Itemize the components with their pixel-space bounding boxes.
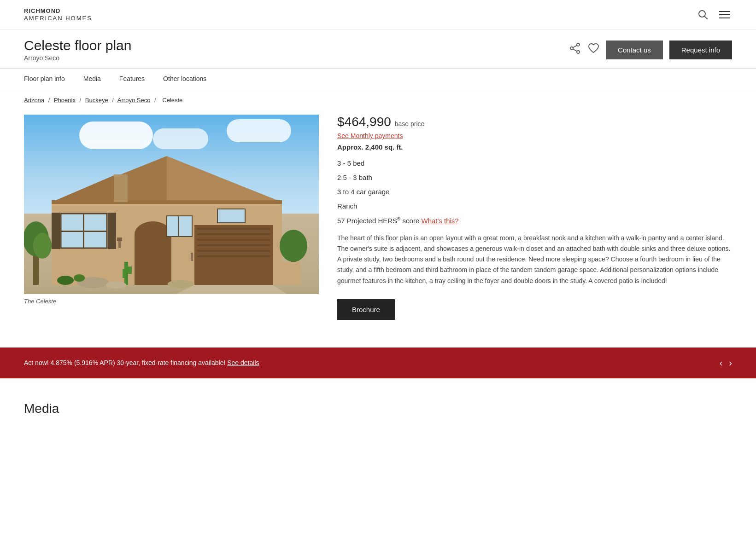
title-left: Celeste floor plan Arroyo Seco <box>24 38 131 62</box>
tab-floor-plan-info[interactable]: Floor plan info <box>24 69 74 90</box>
media-section: Media <box>0 378 756 425</box>
tab-other-locations[interactable]: Other locations <box>163 69 216 90</box>
svg-rect-12 <box>114 174 128 202</box>
breadcrumb-buckeye[interactable]: Buckeye <box>85 97 108 104</box>
menu-button[interactable] <box>717 9 732 20</box>
main-content: The Celeste $464,990 base price See Mont… <box>0 110 756 338</box>
svg-marker-9 <box>167 156 282 202</box>
svg-line-5 <box>573 46 577 47</box>
favorite-button[interactable] <box>587 42 599 57</box>
promo-banner: Act now! 4.875% (5.916% APR) 30-year, fi… <box>0 348 756 378</box>
base-price-label: base price <box>395 120 425 127</box>
share-button[interactable] <box>569 42 581 57</box>
svg-point-2 <box>577 43 580 46</box>
breadcrumb-arizona[interactable]: Arizona <box>24 97 44 104</box>
prev-arrow-button[interactable]: ‹ <box>720 358 723 368</box>
breadcrumb-phoenix[interactable]: Phoenix <box>54 97 76 104</box>
svg-rect-46 <box>191 253 193 261</box>
svg-point-37 <box>168 280 193 288</box>
hamburger-line <box>719 14 730 15</box>
svg-rect-47 <box>217 209 245 223</box>
svg-rect-45 <box>117 238 122 241</box>
tab-media[interactable]: Media <box>83 69 110 90</box>
svg-line-1 <box>705 16 708 19</box>
title-bar: Celeste floor plan Arroyo Seco Contact u… <box>0 29 756 69</box>
bath-spec: 2.5 - 3 bath <box>337 174 732 181</box>
media-title: Media <box>24 401 732 416</box>
breadcrumb-current: Celeste <box>162 97 182 104</box>
details-section: $464,990 base price See Monthly payments… <box>337 115 732 319</box>
garage-spec: 3 to 4 car garage <box>337 188 732 196</box>
svg-rect-43 <box>273 262 300 285</box>
svg-rect-24 <box>61 231 107 232</box>
svg-point-38 <box>57 276 74 285</box>
description: The heart of this floor plan is an open … <box>337 233 732 286</box>
svg-rect-25 <box>52 213 60 249</box>
header-actions <box>698 9 732 20</box>
price-row: $464,990 base price <box>337 115 732 129</box>
sqft: Approx. 2,400 sq. ft. <box>337 143 732 151</box>
contact-us-button[interactable]: Contact us <box>606 41 663 59</box>
next-arrow-button[interactable]: › <box>729 358 732 368</box>
promo-arrows: ‹ › <box>720 358 732 368</box>
svg-point-3 <box>577 51 580 53</box>
svg-rect-20 <box>197 250 270 252</box>
svg-line-6 <box>573 49 577 51</box>
promo-link[interactable]: See details <box>227 359 259 366</box>
svg-rect-33 <box>123 269 126 278</box>
monthly-payments-link[interactable]: See Monthly payments <box>337 132 732 139</box>
house-image <box>24 115 319 294</box>
search-icon <box>698 10 708 20</box>
nav-tabs: Floor plan info Media Features Other loc… <box>0 69 756 90</box>
request-info-button[interactable]: Request info <box>669 41 732 59</box>
style-spec: Ranch <box>337 202 732 210</box>
breadcrumb: Arizona / Phoenix / Buckeye / Arroyo Sec… <box>0 90 756 110</box>
svg-rect-17 <box>197 233 270 235</box>
header: RICHMOND AMERICAN HOMES <box>0 0 756 29</box>
logo[interactable]: RICHMOND AMERICAN HOMES <box>24 7 92 22</box>
hamburger-line <box>719 17 730 18</box>
svg-rect-27 <box>167 216 192 237</box>
svg-rect-34 <box>128 266 132 274</box>
svg-rect-18 <box>197 239 270 241</box>
svg-point-41 <box>280 230 307 262</box>
subtitle: Arroyo Seco <box>24 54 131 62</box>
hers-score: 57 Projected HERS® score <box>337 217 421 225</box>
title-right: Contact us Request info <box>569 41 732 59</box>
svg-rect-19 <box>197 244 270 246</box>
breadcrumb-arroyo-seco[interactable]: Arroyo Seco <box>117 97 151 104</box>
price: $464,990 <box>337 115 391 129</box>
svg-point-36 <box>106 281 126 289</box>
svg-rect-26 <box>108 213 116 249</box>
svg-point-39 <box>74 274 85 282</box>
whats-this-link[interactable]: What's this? <box>421 217 458 225</box>
svg-marker-42 <box>176 285 287 294</box>
house-illustration <box>24 115 319 294</box>
hers-row: 57 Projected HERS® score What's this? <box>337 216 732 225</box>
image-section: The Celeste <box>24 115 319 319</box>
tab-features[interactable]: Features <box>119 69 154 90</box>
brochure-button[interactable]: Brochure <box>337 299 395 320</box>
page-title: Celeste floor plan <box>24 38 131 53</box>
search-button[interactable] <box>698 10 708 20</box>
svg-rect-21 <box>197 255 270 257</box>
promo-text: Act now! 4.875% (5.916% APR) 30-year, fi… <box>24 359 720 366</box>
svg-rect-16 <box>197 228 270 230</box>
svg-point-14 <box>135 221 171 247</box>
heart-icon <box>587 42 599 54</box>
svg-rect-28 <box>178 216 179 237</box>
svg-point-31 <box>33 233 52 259</box>
promo-message: Act now! 4.875% (5.916% APR) 30-year, fi… <box>24 359 225 366</box>
bed-spec: 3 - 5 bed <box>337 159 732 167</box>
hamburger-line <box>719 11 730 12</box>
svg-marker-11 <box>52 174 116 202</box>
share-icon <box>569 42 581 54</box>
image-caption: The Celeste <box>24 298 319 305</box>
svg-point-4 <box>570 47 573 50</box>
